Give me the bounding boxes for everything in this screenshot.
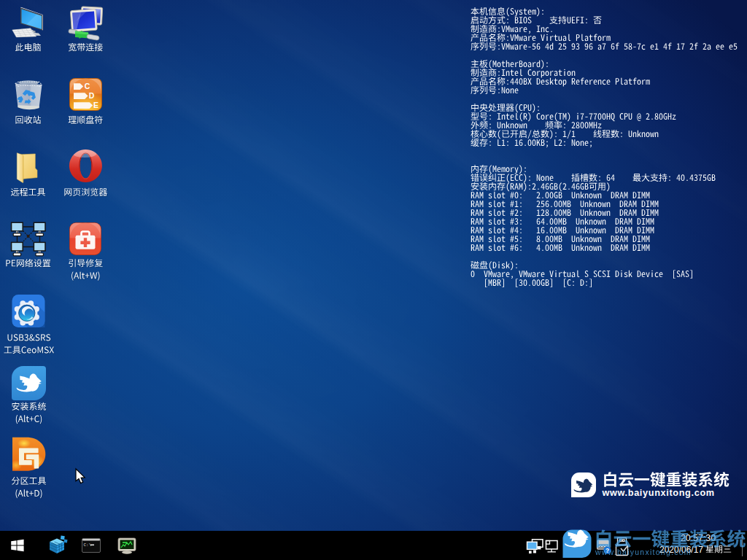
svg-text:www.baiyunxitong.com: www.baiyunxitong.com (595, 548, 692, 556)
svg-text:D: D (89, 91, 95, 100)
svg-text:www.baiyunxitong.com: www.baiyunxitong.com (602, 488, 715, 498)
svg-text:C: C (85, 82, 90, 90)
svg-text:E: E (93, 101, 98, 109)
